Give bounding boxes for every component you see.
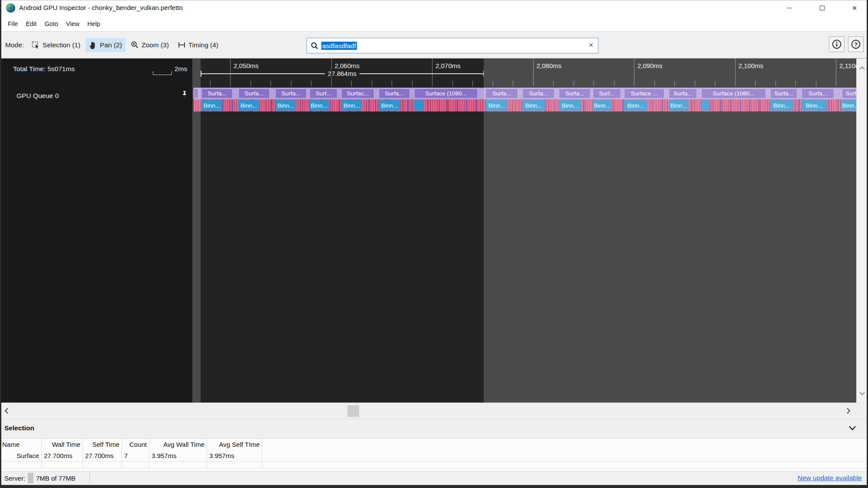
ruler-minor-tick (251, 81, 251, 86)
column-header[interactable]: Avg Self TIme (207, 439, 262, 450)
selection-panel-title: Selection (4, 424, 34, 432)
timing-icon (178, 41, 186, 49)
scroll-down-icon[interactable] (859, 391, 865, 396)
chevron-down-icon[interactable] (848, 425, 857, 431)
info-button[interactable] (829, 36, 845, 52)
table-cell (122, 462, 149, 468)
menu-item-file[interactable]: File (4, 20, 22, 27)
table-cell: 3.957ms (149, 450, 207, 461)
surface-span[interactable]: Surfac... (341, 88, 374, 98)
table-cell: 27.700ms (42, 450, 83, 461)
surface-span[interactable]: Surfa... (201, 88, 233, 98)
selection-table: NameWall TimeSelf TimeCountAvg Wall Time… (0, 438, 868, 471)
column-header[interactable]: Self Time (83, 439, 122, 450)
minimize-button[interactable] (780, 0, 799, 16)
mode-label: Mode: (5, 41, 24, 49)
toolbar: Mode: Selection (1)Pan (2)Zoom (3)Timing… (0, 31, 868, 59)
track-label-gpu-queue-0[interactable]: GPU Queue 0 (17, 92, 59, 100)
timeline[interactable]: Surfa...Surfa...Surfa...Surf...Surfac...… (192, 59, 856, 403)
ruler-minor-tick (412, 81, 413, 86)
mode-button-pan[interactable]: Pan (2) (86, 38, 125, 52)
menu-item-goto[interactable]: Goto (40, 20, 62, 27)
surface-span[interactable]: Surfa... (275, 88, 307, 98)
menu-item-edit[interactable]: Edit (22, 20, 40, 27)
ruler-minor-tick (392, 81, 392, 86)
surface-span[interactable]: Surface (1080... (414, 88, 478, 98)
app-window: Android GPU Inspector - chonky_bender_vu… (0, 0, 868, 488)
track-name-panel: Total Time: 5s071ms 2ms GPU Queue 0 (0, 59, 192, 403)
hand-icon (89, 41, 97, 49)
mode-button-selection[interactable]: Selection (1) (28, 38, 84, 52)
ruler-minor-tick (291, 81, 291, 86)
scroll-right-icon[interactable] (846, 407, 851, 414)
binning-span[interactable]: Binn... (379, 100, 400, 111)
table-header-row: NameWall TimeSelf TimeCountAvg Wall Time… (0, 439, 868, 450)
close-button[interactable]: ✕ (845, 0, 864, 16)
scrollbar-thumb[interactable] (347, 405, 359, 417)
window-border-top (0, 0, 868, 0)
total-time-label: Total Time: 5s071ms (13, 65, 75, 73)
binning-span[interactable]: Binn... (275, 100, 296, 111)
binning-span[interactable]: Binn... (341, 100, 362, 111)
menu-item-view[interactable]: View (62, 20, 83, 27)
mode-button-zoom[interactable]: Zoom (3) (127, 38, 172, 52)
ruler-minor-tick (311, 81, 311, 86)
unselected-range-overlay (484, 59, 856, 403)
ruler-major-tick (432, 59, 432, 86)
surface-span[interactable]: Surfa... (379, 88, 410, 98)
scroll-left-icon[interactable] (4, 407, 9, 414)
search-clear-icon[interactable]: ✕ (588, 42, 594, 49)
table-row[interactable]: Surface27.700ms27.700ms73.957ms3.957ms (0, 450, 868, 462)
search-input[interactable]: asdfasdfadf ✕ (307, 38, 598, 53)
column-header[interactable]: Avg Wall Time (149, 439, 207, 450)
help-button[interactable]: ? (848, 36, 864, 52)
menu-item-help[interactable]: Help (83, 20, 104, 27)
app-logo-icon (6, 3, 15, 13)
table-cell: 7 (122, 450, 149, 461)
vertical-scrollbar[interactable] (856, 59, 867, 403)
ruler-major-tick (230, 59, 231, 86)
horizontal-scrollbar[interactable] (0, 403, 868, 419)
search-selected-text: asdfasdfadf (321, 42, 357, 50)
scale-label: 2ms (175, 65, 187, 73)
surface-span[interactable]: Surf... (310, 88, 337, 98)
minimize-icon (787, 8, 792, 8)
close-icon: ✕ (852, 5, 858, 11)
server-memory-text: 7MB of 77MB (36, 475, 76, 482)
surface-span[interactable]: Surfa... (238, 88, 270, 98)
table-cell (149, 462, 207, 468)
ruler-minor-tick (351, 81, 352, 86)
table-cell (0, 462, 42, 468)
ruler-minor-tick (210, 81, 211, 86)
info-icon (832, 39, 842, 49)
scroll-up-icon[interactable] (859, 66, 865, 71)
column-header[interactable]: Name (0, 439, 42, 450)
trace-view: Surfa...Surfa...Surfa...Surf...Surfac...… (0, 59, 868, 403)
selection-panel-header[interactable]: Selection (0, 419, 868, 438)
pin-icon[interactable] (180, 90, 189, 101)
title-bar: Android GPU Inspector - chonky_bender_vu… (0, 0, 868, 16)
table-cell: 3.957ms (207, 450, 262, 461)
table-cell: Surface (0, 450, 42, 461)
table-cell (42, 462, 83, 468)
unselected-range-overlay (192, 59, 201, 403)
binning-span[interactable]: Binn... (201, 100, 222, 111)
update-link[interactable]: New update available (798, 474, 862, 482)
ruler-minor-tick (452, 81, 453, 86)
column-header[interactable]: Count (122, 439, 149, 450)
maximize-button[interactable] (812, 0, 832, 16)
binning-span[interactable] (414, 100, 424, 111)
column-header[interactable]: Wall Time (42, 439, 83, 450)
ruler-tick-label: 2,070ms (436, 62, 461, 69)
binning-span[interactable]: Binn... (310, 100, 329, 111)
measure-duration-label: 27.864ms (325, 70, 360, 77)
status-separator (89, 473, 90, 484)
status-bar: Server: 7MB of 77MB New update available (0, 471, 868, 485)
binning-span[interactable]: Binn... (238, 100, 259, 111)
server-memory-gauge (28, 473, 33, 483)
server-label: Server: (4, 475, 25, 482)
ruler-tick-label: 2,060ms (335, 62, 360, 69)
mode-button-timing[interactable]: Timing (4) (174, 38, 222, 52)
selection-icon (32, 41, 40, 49)
maximize-icon (820, 6, 825, 10)
